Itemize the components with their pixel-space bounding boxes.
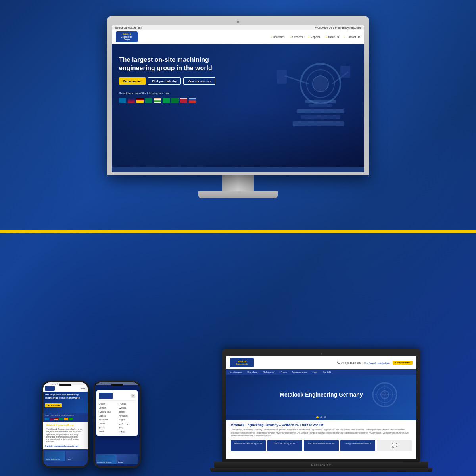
- laptop-screen: Metalock Engineering.de 📞 +49 800 11 22 …: [226, 356, 416, 459]
- flag-usa[interactable]: [180, 98, 187, 103]
- monitor-wrapper: Select Language (en) Worldwide 24/7 emer…: [107, 16, 369, 198]
- hero-section: The largest on-site machining engineerin…: [112, 44, 364, 167]
- nav-contact[interactable]: ▾ Contact Us: [344, 36, 360, 38]
- phone1-cta-button[interactable]: Get in contact: [45, 403, 62, 407]
- dot-1[interactable]: [316, 416, 319, 418]
- laptop-nav-branchen[interactable]: Branchen: [247, 371, 257, 373]
- lang-japanese[interactable]: 日本語: [119, 430, 135, 433]
- laptop-site-header: Metalock Engineering.de 📞 +49 800 11 22 …: [226, 356, 416, 369]
- phone1-flag-4[interactable]: [59, 418, 63, 420]
- lang-svenska[interactable]: Svenska: [119, 406, 135, 409]
- phone1-menu-button[interactable]: Menu: [81, 387, 86, 390]
- phone1-flag-3[interactable]: [54, 418, 58, 420]
- laptop-nav-kontakt[interactable]: Kontakt: [323, 371, 331, 373]
- phone2-img2-label: Power: [118, 461, 123, 463]
- laptop-body-title: Metalock Engineering Germany – weltweit …: [231, 423, 412, 427]
- phone2-img-row: Marine and Offshore Power: [95, 453, 139, 465]
- laptop-hero: Metalock Engineering Germany: [226, 375, 416, 415]
- lang-arabic[interactable]: العربية / عربي: [119, 422, 135, 425]
- lang-russian[interactable]: Русский язык: [99, 410, 115, 413]
- laptop-nav-referenzen[interactable]: Referenzen: [263, 371, 275, 373]
- phone1-flag-2[interactable]: [50, 418, 54, 420]
- laptop-email[interactable]: ✉ anfrage@metalock.de: [364, 361, 390, 364]
- bottom-section: Select Language (en) Menu The largest on…: [0, 242, 476, 476]
- carousel-dots: [226, 415, 416, 420]
- lang-polskie[interactable]: Polskie: [99, 422, 115, 425]
- nav-about[interactable]: ▾ About Us: [326, 36, 339, 38]
- phone1-img2: Power: [66, 451, 86, 461]
- laptop-hero-svg: [365, 377, 405, 413]
- laptop-nav-news[interactable]: News: [281, 371, 287, 373]
- lang-chinese[interactable]: 中文: [119, 426, 135, 429]
- phone1-notch: [60, 384, 71, 386]
- nav-industries[interactable]: ▾ Industries: [271, 36, 284, 38]
- flag-uk[interactable]: [128, 98, 135, 103]
- language-selector[interactable]: Select Language (en): [115, 26, 142, 29]
- laptop-cam-dot: [321, 353, 322, 355]
- phone1-language[interactable]: Select Language (en): [45, 383, 60, 385]
- hero-buttons: Get in contact Find your industry View o…: [119, 77, 357, 85]
- lang-english[interactable]: English: [99, 402, 115, 405]
- service-card-3[interactable]: Mechanisches Bearbeiten von: [304, 440, 339, 451]
- laptop-body-text: Die Metalock Engineering Germany GmbH be…: [231, 428, 412, 438]
- laptop-nav-unternehmen[interactable]: Unternehmen: [292, 371, 307, 373]
- monitor-bezel-top: [112, 21, 364, 23]
- lang-close-button[interactable]: ✕: [131, 394, 135, 398]
- service-card-4[interactable]: Lasergesteuerte mechanische: [340, 440, 375, 451]
- nav-repairs[interactable]: ▾ Repairs: [308, 36, 320, 38]
- service-card-1[interactable]: Mechanische Bearbeitung vor Ort: [231, 440, 266, 451]
- dot-3[interactable]: [324, 416, 326, 418]
- lang-nederland[interactable]: Nederland: [99, 418, 115, 421]
- phone1-img-row: Marine and Offshore Power: [43, 450, 88, 462]
- laptop-cta-button[interactable]: Anfrage senden: [393, 361, 413, 365]
- laptop-site-logo: Metalock Engineering.de: [230, 358, 254, 367]
- phone1-img1: Marine and Offshore: [45, 451, 65, 461]
- lang-deutsch[interactable]: Deutsch: [99, 406, 115, 409]
- emergency-text: Worldwide 24/7 emergency response: [315, 26, 361, 29]
- dot-2[interactable]: [320, 416, 322, 418]
- phone2-frame: Select Language (en) ✕ English Français …: [93, 381, 141, 468]
- flag-germany[interactable]: [136, 98, 144, 103]
- flag-russia[interactable]: [189, 98, 196, 103]
- phone1-flag-1[interactable]: [45, 418, 49, 420]
- language-modal: ✕ English Français Deutsch Svenska Русск…: [96, 390, 138, 436]
- lang-modal-header: ✕: [99, 393, 135, 401]
- laptop-nav-leistungen[interactable]: Leistungen: [230, 371, 242, 373]
- flag-uae[interactable]: [163, 98, 170, 103]
- nav-services[interactable]: ▾ Services: [290, 36, 303, 38]
- locations-label: Select from one of the following locatio…: [119, 92, 357, 95]
- chevron-icon: ▾: [290, 36, 292, 38]
- view-services-button[interactable]: View our services: [183, 77, 215, 85]
- lang-korean[interactable]: 한국어: [99, 426, 115, 429]
- website-nav: Metalock Engineering Group ▾ Industries: [112, 30, 364, 44]
- chevron-icon: ▾: [271, 36, 272, 38]
- lang-portugues[interactable]: Português: [119, 414, 135, 417]
- laptop-contact-area: 📞 +49 800 11 22 333 ✉ anfrage@metalock.d…: [337, 361, 413, 365]
- monitor-section: Select Language (en) Worldwide 24/7 emer…: [0, 0, 476, 198]
- laptop-phone: 📞 +49 800 11 22 333: [337, 361, 361, 364]
- laptop-logo-text: Metalock Engineering.de: [236, 360, 248, 365]
- service-card-chat[interactable]: 💬: [377, 440, 412, 451]
- flag-south-africa[interactable]: [145, 98, 152, 103]
- phone1-flag-6[interactable]: [69, 418, 73, 420]
- lang-magyar[interactable]: Magyar: [119, 418, 135, 421]
- find-industry-button[interactable]: Find your industry: [148, 77, 181, 85]
- laptop-hero-title: Metalock Engineering Germany: [280, 392, 363, 398]
- lang-dansk[interactable]: dansk: [99, 430, 115, 433]
- get-in-contact-button[interactable]: Get in contact: [119, 77, 146, 85]
- hero-title: The largest on-site machining engineerin…: [119, 56, 214, 73]
- flag-india[interactable]: [154, 98, 161, 103]
- phone1-flag-5[interactable]: [64, 418, 68, 420]
- monitor-screen: Select Language (en) Worldwide 24/7 emer…: [112, 25, 364, 172]
- phones-container: Select Language (en) Menu The largest on…: [0, 242, 175, 476]
- laptop-container: Metalock Engineering.de 📞 +49 800 11 22 …: [175, 242, 476, 476]
- lang-italiano[interactable]: Italiano: [119, 410, 135, 413]
- phone1-specialist-label: Specialist engineering for every industr…: [45, 445, 86, 448]
- flag-middle-east[interactable]: [171, 98, 178, 103]
- lang-francais[interactable]: Français: [119, 402, 135, 405]
- laptop-nav-jobs[interactable]: Jobs: [312, 371, 317, 373]
- flag-sweden[interactable]: [119, 98, 126, 103]
- lang-espanol[interactable]: Español: [99, 414, 115, 417]
- yellow-separator-bar: [0, 230, 476, 233]
- service-card-2[interactable]: CNC-Bearbeitung vor Ort: [267, 440, 302, 451]
